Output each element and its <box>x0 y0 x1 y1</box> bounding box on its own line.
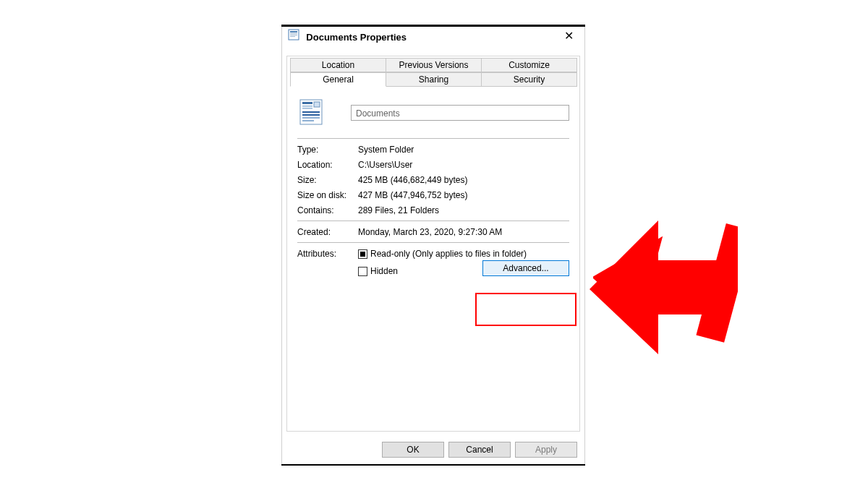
ok-button[interactable]: OK <box>382 442 444 458</box>
created-label: Created: <box>297 227 358 237</box>
readonly-label: Read-only (Only applies to files in fold… <box>370 249 527 259</box>
size-on-disk-value: 427 MB (447,946,752 bytes) <box>358 190 569 200</box>
svg-rect-12 <box>302 117 320 119</box>
hidden-label: Hidden <box>370 266 398 276</box>
svg-rect-1 <box>290 31 297 33</box>
tab-strip: Location Previous Versions Customize Gen… <box>287 56 579 87</box>
readonly-checkbox[interactable] <box>358 249 367 259</box>
size-label: Size: <box>297 175 358 185</box>
separator <box>297 221 569 221</box>
svg-rect-6 <box>302 102 312 104</box>
tab-previous-versions[interactable]: Previous Versions <box>386 58 482 72</box>
annotation-arrow-icon <box>590 206 741 358</box>
general-panel: Documents Type: System Folder Location: … <box>297 93 569 427</box>
contains-label: Contains: <box>297 205 358 215</box>
svg-marker-14 <box>593 210 738 343</box>
close-button[interactable]: ✕ <box>553 25 584 47</box>
svg-marker-16 <box>590 221 727 354</box>
annotation-highlight-box <box>475 293 576 326</box>
size-on-disk-label: Size on disk: <box>297 190 358 200</box>
dialog-button-row: OK Cancel Apply <box>382 442 577 458</box>
size-value: 425 MB (446,682,449 bytes) <box>358 175 569 185</box>
tab-security[interactable]: Security <box>481 72 577 87</box>
location-label: Location: <box>297 160 358 170</box>
svg-rect-8 <box>302 106 312 107</box>
annotation-arrow-icon <box>593 210 738 356</box>
attributes-label: Attributes: <box>297 249 358 276</box>
type-label: Type: <box>297 145 358 155</box>
folder-name-input[interactable]: Documents <box>351 105 569 121</box>
tab-general[interactable]: General <box>290 72 386 87</box>
svg-rect-9 <box>302 108 312 109</box>
svg-rect-7 <box>314 102 320 107</box>
cancel-button[interactable]: Cancel <box>448 442 511 458</box>
svg-rect-11 <box>302 114 320 116</box>
folder-properties-icon <box>288 26 299 49</box>
svg-rect-2 <box>290 33 297 34</box>
close-icon: ✕ <box>564 30 574 42</box>
separator <box>297 138 569 139</box>
advanced-button[interactable]: Advanced... <box>482 260 569 276</box>
folder-large-icon <box>297 97 351 128</box>
tab-sharing[interactable]: Sharing <box>386 72 482 87</box>
created-value: Monday, March 23, 2020, 9:27:30 AM <box>358 227 569 237</box>
properties-window: Documents Properties ✕ Location Previous… <box>281 25 585 466</box>
type-value: System Folder <box>358 145 569 155</box>
svg-rect-4 <box>290 36 295 37</box>
tab-location[interactable]: Location <box>290 58 386 72</box>
separator <box>297 242 569 243</box>
window-bottom-border <box>281 464 585 466</box>
client-area: Location Previous Versions Customize Gen… <box>286 56 580 432</box>
window-title: Documents Properties <box>306 32 407 43</box>
hidden-checkbox[interactable] <box>358 267 367 276</box>
titlebar: Documents Properties ✕ <box>282 25 584 48</box>
svg-rect-13 <box>302 120 314 121</box>
location-value: C:\Users\User <box>358 160 569 170</box>
svg-rect-3 <box>290 35 297 35</box>
apply-button: Apply <box>515 442 577 458</box>
tab-customize[interactable]: Customize <box>481 58 577 72</box>
svg-rect-10 <box>302 111 320 113</box>
contains-value: 289 Files, 21 Folders <box>358 205 569 215</box>
